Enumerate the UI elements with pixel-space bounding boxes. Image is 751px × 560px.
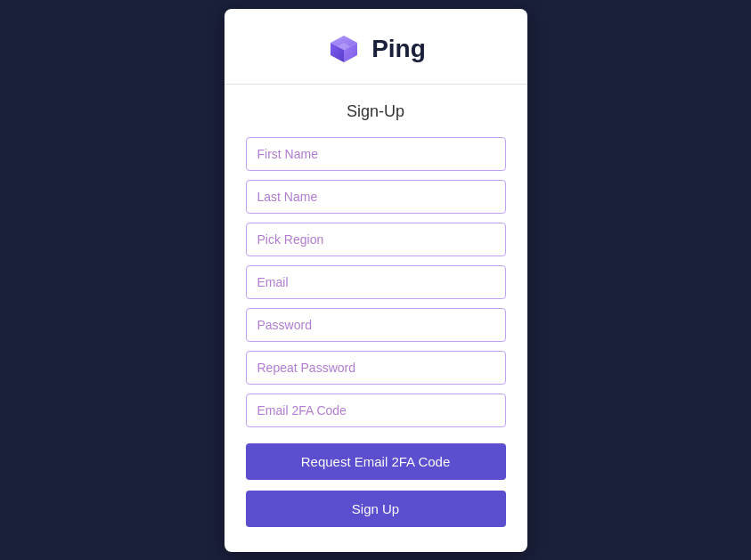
signup-button[interactable]: Sign Up — [246, 491, 506, 527]
email-group — [246, 265, 506, 299]
request-2fa-button[interactable]: Request Email 2FA Code — [246, 443, 506, 480]
signup-card: Ping Sign-Up Request Email 2FA Code Sign… — [224, 9, 527, 552]
repeat-password-group — [246, 351, 506, 385]
pick-region-group — [246, 223, 506, 256]
password-group — [246, 308, 506, 342]
card-header: Ping — [224, 9, 527, 85]
app-title: Ping — [371, 35, 426, 63]
email-input[interactable] — [246, 265, 506, 299]
first-name-group — [246, 137, 506, 171]
card-body: Sign-Up Request Email 2FA Code Sign Up — [224, 85, 527, 552]
repeat-password-input[interactable] — [246, 351, 506, 385]
last-name-group — [246, 180, 506, 214]
pick-region-input[interactable] — [246, 223, 506, 256]
last-name-input[interactable] — [246, 180, 506, 214]
first-name-input[interactable] — [246, 137, 506, 171]
email-2fa-input[interactable] — [246, 394, 506, 427]
signup-heading: Sign-Up — [246, 102, 506, 121]
email-2fa-group — [246, 394, 506, 427]
ping-logo-icon — [325, 30, 363, 68]
password-input[interactable] — [246, 308, 506, 342]
